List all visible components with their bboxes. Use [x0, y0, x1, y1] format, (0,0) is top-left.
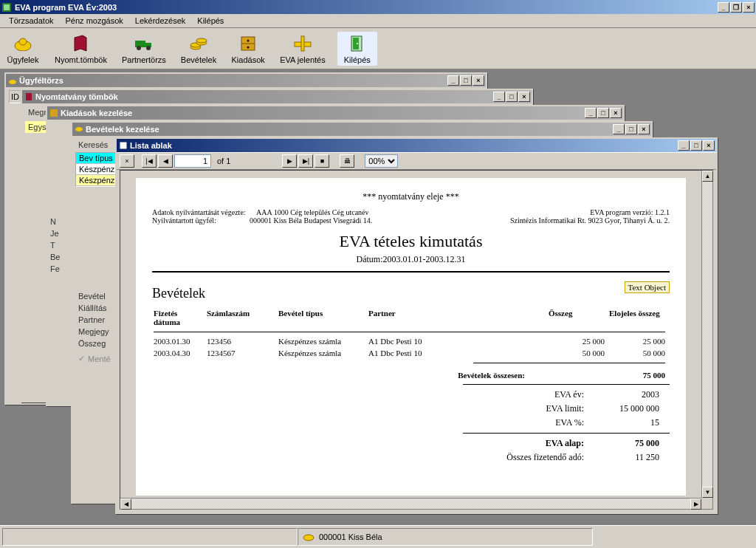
window-title: Kiadások kezelése — [59, 109, 585, 117]
tb-evajelentes[interactable]: EVA jelentés — [277, 32, 329, 66]
svg-rect-18 — [301, 36, 304, 51]
svg-point-12 — [196, 38, 207, 43]
sum-label: Bevételek összesen: — [154, 368, 547, 380]
first-page-button[interactable]: |◀ — [142, 154, 157, 168]
list-item[interactable]: Készpénz — [76, 164, 117, 175]
book-icon — [70, 33, 91, 54]
field-label: Megjegy — [75, 326, 118, 338]
side-label: T — [47, 239, 69, 251]
paper-scroll[interactable]: *** nyomtatvány eleje *** Adatok nyilván… — [120, 171, 701, 498]
mdi-area: Ügyféltörzs _□× ID Nyomtatvány tömbök _□… — [0, 69, 756, 519]
tb-ugyfelek[interactable]: Ügyfelek — [3, 32, 43, 66]
close-button[interactable]: × — [638, 124, 650, 134]
meta-label: Adatok nyilvántartását végezte: — [152, 208, 246, 216]
tb-partnertorzs[interactable]: Partnertörzs — [119, 32, 169, 66]
eva-summary: EVA év:2003 EVA limit:15 000 000 EVA %:1… — [536, 387, 670, 431]
close-button[interactable]: × — [703, 140, 715, 151]
tb-nyomttombok[interactable]: Nyomt.tömbök — [52, 32, 110, 66]
min-button[interactable]: _ — [613, 124, 625, 134]
menu-kilepes[interactable]: Kilépés — [191, 15, 230, 27]
type-list[interactable]: Bev típus Készpénz Készpénz — [75, 152, 118, 187]
col-header: Bevétel típus — [278, 307, 367, 328]
menu-lekerdezesek[interactable]: Lekérdezések — [129, 15, 192, 27]
svg-point-7 — [137, 46, 141, 50]
app-restore-button[interactable]: ❐ — [730, 2, 742, 13]
scrollbar-vertical[interactable]: ▲ ▼ — [701, 171, 712, 498]
scroll-up-button[interactable]: ▲ — [702, 171, 713, 182]
close-button[interactable]: × — [472, 75, 484, 86]
print-button[interactable]: 🖶 — [340, 154, 354, 168]
min-button[interactable]: _ — [493, 92, 505, 102]
cancel-button[interactable]: × — [120, 154, 134, 168]
text-object-placeholder[interactable]: Text Object — [625, 281, 670, 293]
table-row: 2003.01.30123456Készpénzes számlaA1 Dbc … — [154, 336, 668, 346]
app-close-button[interactable]: × — [743, 2, 755, 13]
last-page-button[interactable]: ▶| — [298, 154, 313, 168]
scrollbar-horizontal[interactable]: ◀ ▶ — [120, 498, 701, 509]
tb-label: Kiadások — [232, 55, 265, 64]
svg-rect-23 — [26, 93, 32, 100]
min-button[interactable]: _ — [678, 140, 690, 151]
tb-kilepes[interactable]: Kilépés — [337, 32, 377, 66]
min-button[interactable]: _ — [585, 108, 597, 118]
eva-alap-value: 75 000 — [594, 437, 668, 450]
status-segment — [2, 528, 298, 546]
printer-icon: 🖶 — [344, 157, 351, 165]
table-row: 2003.04.301234567Készpénzes számlaA1 Dbc… — [154, 348, 668, 358]
search-label: Keresés — [75, 139, 118, 151]
max-button[interactable]: □ — [460, 75, 472, 86]
max-button[interactable]: □ — [690, 140, 702, 151]
col-header: Fizetés dátuma — [154, 307, 205, 328]
app-title: EVA program EVA Év:2003 — [12, 3, 718, 12]
statusbar: 000001 Kiss Béla — [0, 525, 756, 548]
prev-page-button[interactable]: ◀ — [158, 154, 173, 168]
list-item[interactable]: Készpénz — [76, 175, 117, 186]
page-input[interactable] — [174, 154, 211, 168]
helmet-icon — [13, 33, 33, 54]
window-title: Lista ablak — [128, 141, 678, 150]
menu-penz-mozgasok[interactable]: Pénz mozgások — [60, 15, 129, 27]
scroll-left-button[interactable]: ◀ — [120, 499, 131, 510]
meta-label: Nyilvántartott ügyfél: — [152, 216, 216, 225]
svg-rect-26 — [120, 142, 127, 149]
report-table: Fizetés dátuma Számlaszám Bevétel típus … — [152, 306, 670, 382]
menu-torzsadatok[interactable]: Törzsadatok — [3, 15, 60, 27]
zoom-select[interactable]: 00% — [365, 154, 398, 168]
check-icon: ✓ — [78, 354, 85, 363]
list-item[interactable]: Bev típus — [76, 153, 117, 164]
tb-label: Kilépés — [344, 55, 371, 64]
scroll-down-button[interactable]: ▼ — [702, 487, 713, 498]
col-header: Elojeles összeg — [609, 307, 668, 328]
coins-icon — [74, 124, 84, 134]
helmet-icon — [7, 75, 18, 86]
tb-bevetelek[interactable]: Bevételek — [178, 32, 219, 66]
tb-kiadasok[interactable]: Kiadások — [228, 32, 268, 66]
min-button[interactable]: _ — [447, 75, 459, 86]
max-button[interactable]: □ — [597, 108, 609, 118]
eva-alap-label: EVA alap: — [498, 437, 593, 450]
tb-label: Bevételek — [181, 55, 216, 64]
window-title: Bevételek kezelése — [84, 125, 613, 134]
next-page-button[interactable]: ▶ — [282, 154, 297, 168]
meta-value: Szintézis Informatikai Rt. 9023 Gyor, Ti… — [510, 216, 670, 225]
report-title: EVA tételes kimutatás — [152, 232, 670, 251]
drawer-icon — [238, 33, 258, 54]
side-label: Fe — [47, 263, 69, 275]
app-minimize-button[interactable]: _ — [718, 2, 729, 13]
max-button[interactable]: □ — [625, 124, 637, 134]
tb-label: Nyomt.tömbök — [55, 55, 107, 64]
save-label: Menté — [88, 355, 111, 363]
scroll-right-button[interactable]: ▶ — [690, 499, 701, 510]
svg-point-16 — [247, 46, 250, 48]
truck-icon — [134, 33, 154, 54]
max-button[interactable]: □ — [506, 92, 518, 102]
close-button[interactable]: × — [518, 92, 530, 102]
report-icon — [118, 140, 128, 151]
stop-button[interactable]: ■ — [315, 154, 329, 168]
page-of-label: of 1 — [213, 157, 235, 165]
side-label: Je — [47, 227, 69, 239]
save-button[interactable]: ✓ Menté — [75, 349, 118, 368]
window-lista[interactable]: Lista ablak _□× × |◀ ◀ of 1 ▶ ▶| ■ 🖶 00% — [115, 137, 718, 514]
close-button[interactable]: × — [610, 108, 622, 118]
toolbar: Ügyfelek Nyomt.tömbök Partnertörzs Bevét… — [0, 28, 756, 69]
